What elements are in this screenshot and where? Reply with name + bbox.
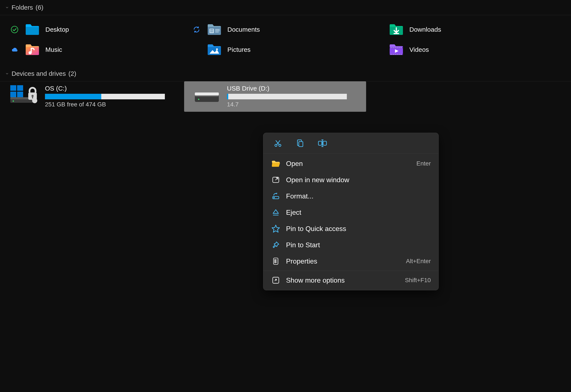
svg-point-57	[275, 261, 275, 262]
ctx-format[interactable]: Format...	[263, 188, 439, 204]
svg-rect-17	[399, 47, 400, 48]
svg-rect-20	[392, 54, 394, 55]
ctx-label: Format...	[286, 192, 425, 200]
ctx-label: Open in new window	[286, 176, 425, 184]
svg-point-59	[275, 262, 275, 263]
section-count: (6)	[36, 4, 43, 11]
svg-rect-13	[390, 47, 392, 48]
open-icon	[271, 160, 280, 167]
ctx-label: Pin to Start	[286, 241, 425, 249]
drive-item-usb-d[interactable]: USB Drive (D:) 14.7	[184, 81, 366, 112]
desktop-folder-icon	[25, 24, 39, 35]
folder-label: Desktop	[45, 26, 69, 33]
ctx-properties[interactable]: Properties Alt+Enter	[263, 253, 439, 269]
ctx-label: Eject	[286, 209, 425, 216]
folder-item-videos[interactable]: Videos	[366, 40, 548, 60]
ctx-label: Properties	[286, 257, 400, 265]
ctx-pin-quick-access[interactable]: Pin to Quick access	[263, 221, 439, 237]
svg-point-41	[279, 144, 281, 146]
cut-button[interactable]	[273, 139, 283, 148]
svg-rect-24	[400, 54, 402, 55]
svg-rect-46	[323, 141, 327, 145]
drive-subtext: 251 GB free of 474 GB	[45, 101, 180, 108]
storage-bar	[227, 94, 347, 99]
chevron-down-icon	[5, 72, 9, 76]
folder-label: Pictures	[227, 46, 251, 53]
ctx-shortcut: Shift+F10	[405, 277, 431, 284]
svg-rect-5	[215, 29, 220, 30]
svg-rect-15	[395, 47, 396, 48]
svg-point-55	[275, 259, 275, 260]
folder-item-downloads[interactable]: Downloads	[366, 19, 548, 40]
svg-rect-45	[318, 141, 322, 145]
svg-rect-2	[210, 29, 213, 30]
svg-rect-31	[17, 92, 23, 97]
pictures-folder-icon	[207, 44, 221, 56]
storage-fill	[227, 94, 228, 99]
folder-label: Videos	[409, 46, 429, 53]
context-menu-list: Open Enter Open in new window	[263, 154, 439, 290]
copy-button[interactable]	[296, 139, 305, 148]
storage-bar	[45, 94, 165, 99]
svg-point-10	[216, 48, 218, 50]
ctx-eject[interactable]: Eject	[263, 204, 439, 221]
chevron-down-icon	[5, 6, 9, 9]
ctx-pin-to-start[interactable]: Pin to Start	[263, 237, 439, 253]
storage-fill	[45, 94, 101, 99]
folders-section-header[interactable]: Folders (6)	[0, 0, 571, 15]
cloud-icon	[11, 47, 18, 52]
ctx-show-more-options[interactable]: Show more options Shift+F10	[263, 272, 439, 288]
eject-icon	[272, 208, 280, 216]
documents-folder-icon	[207, 24, 221, 35]
svg-rect-28	[10, 85, 16, 91]
ctx-open[interactable]: Open Enter	[263, 155, 439, 172]
folder-item-documents[interactable]: Documents	[184, 19, 366, 40]
svg-point-35	[32, 98, 37, 103]
folders-grid: Desktop Documents	[0, 15, 571, 66]
folder-label: Downloads	[409, 26, 441, 33]
drive-name: OS (C:)	[45, 85, 180, 92]
folder-label: Music	[45, 46, 62, 53]
rename-button[interactable]	[318, 139, 327, 148]
svg-point-27	[13, 100, 14, 102]
ctx-label: Show more options	[286, 276, 399, 284]
cut-icon	[274, 139, 282, 148]
ctx-shortcut: Alt+Enter	[406, 258, 431, 265]
svg-point-39	[198, 99, 199, 100]
svg-rect-22	[397, 54, 398, 55]
drive-subtext: 14.7	[227, 101, 362, 108]
ctx-open-new-window[interactable]: Open in new window	[263, 172, 439, 188]
drives-row: OS (C:) 251 GB free of 474 GB USB Drive …	[0, 81, 571, 112]
svg-rect-6	[215, 30, 220, 31]
os-drive-icon	[10, 85, 40, 104]
ctx-shortcut: Enter	[416, 160, 431, 167]
svg-rect-18	[400, 47, 402, 48]
rename-icon	[318, 139, 327, 148]
svg-rect-4	[210, 32, 213, 32]
pin-icon	[272, 241, 280, 249]
context-separator	[263, 271, 439, 271]
section-title: Folders	[12, 4, 33, 11]
svg-rect-21	[395, 54, 396, 55]
context-menu: Open Enter Open in new window	[263, 133, 439, 290]
svg-rect-3	[210, 31, 213, 31]
ctx-label: Open	[286, 160, 411, 168]
svg-rect-34	[32, 96, 33, 98]
videos-folder-icon	[389, 44, 403, 56]
format-icon	[272, 192, 280, 200]
drive-name: USB Drive (D:)	[227, 85, 362, 92]
svg-point-40	[275, 144, 277, 146]
folder-item-music[interactable]: Music	[2, 40, 184, 60]
music-folder-icon	[25, 44, 39, 56]
svg-rect-19	[390, 54, 392, 55]
drive-item-os-c[interactable]: OS (C:) 251 GB free of 474 GB	[2, 81, 184, 112]
svg-rect-14	[392, 47, 394, 48]
folder-item-desktop[interactable]: Desktop	[2, 19, 184, 40]
downloads-folder-icon	[389, 24, 403, 35]
drives-section-header[interactable]: Devices and drives (2)	[0, 66, 571, 81]
folder-label: Documents	[227, 26, 260, 33]
synced-icon	[11, 26, 18, 33]
folder-item-pictures[interactable]: Pictures	[184, 40, 366, 60]
section-title: Devices and drives	[12, 70, 66, 77]
section-count: (2)	[68, 70, 76, 77]
